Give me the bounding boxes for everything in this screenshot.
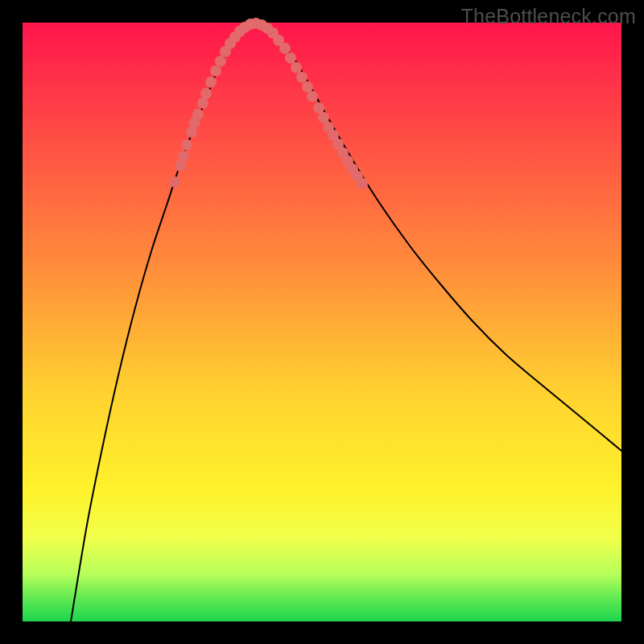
highlight-dot — [192, 109, 204, 120]
highlight-dot — [200, 88, 212, 99]
highlight-dot — [307, 91, 318, 102]
highlight-dot — [178, 151, 189, 162]
highlight-dot — [181, 139, 192, 151]
plot-area — [23, 23, 621, 621]
highlight-dot — [279, 43, 291, 54]
highlight-dot — [205, 76, 217, 88]
highlight-dot — [357, 178, 368, 189]
attribution-text: TheBottleneck.com — [461, 5, 636, 28]
highlight-dot — [313, 102, 324, 114]
highlight-dot — [210, 65, 221, 76]
highlight-dot — [296, 72, 308, 83]
chart-stage: TheBottleneck.com — [0, 0, 644, 644]
highlight-dot — [175, 160, 186, 171]
highlight-dot — [197, 97, 208, 109]
highlight-dot — [291, 62, 302, 73]
highlight-dots-group — [169, 18, 368, 189]
highlight-dot — [215, 56, 226, 67]
highlight-dot — [169, 176, 180, 188]
highlight-dot — [285, 52, 296, 64]
highlight-dot — [186, 126, 197, 138]
highlight-dot — [302, 81, 313, 93]
highlight-dot — [318, 112, 329, 123]
bottleneck-curve — [71, 23, 621, 621]
chart-svg — [23, 23, 621, 621]
